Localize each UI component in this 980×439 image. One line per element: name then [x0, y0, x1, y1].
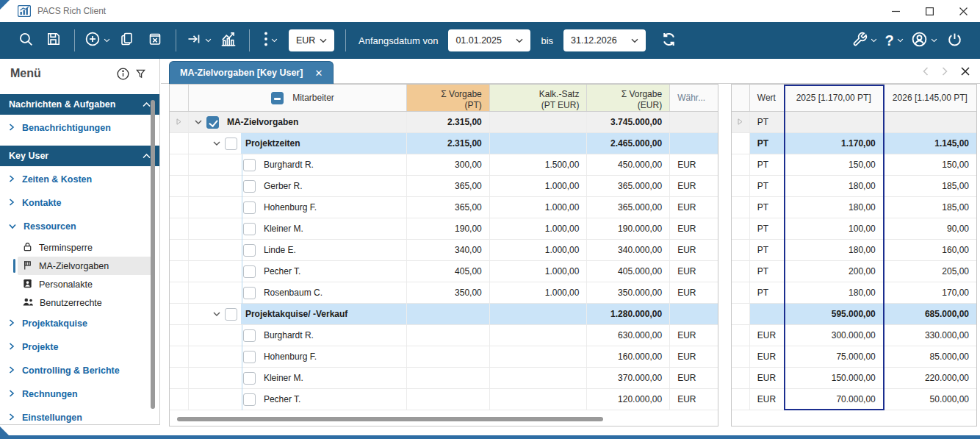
refresh-button[interactable]	[657, 27, 680, 54]
table-row[interactable]: Gerber R.365,001.000,00365.000,00EUR	[170, 176, 718, 197]
copy-button[interactable]	[116, 27, 138, 54]
row-checkbox[interactable]	[243, 244, 256, 257]
delete-button[interactable]	[144, 27, 166, 54]
minimize-button[interactable]	[879, 0, 912, 22]
table-row[interactable]: PT180,00170,00	[732, 282, 976, 304]
table-row[interactable]: EUR70.000,0050.000,00	[732, 389, 976, 410]
row-checkbox[interactable]	[243, 180, 256, 193]
sidebar-section-nachrichten-aufgaben[interactable]: Nachrichten & Aufgaben	[0, 94, 159, 115]
account-button[interactable]	[911, 27, 937, 54]
wert-column-header[interactable]: Wert	[750, 85, 785, 111]
sum-pt-column-header[interactable]: Σ Vorgabe (PT)	[407, 85, 490, 111]
table-row[interactable]: PT180,00160,00	[732, 240, 976, 261]
date-to-select[interactable]: 31.12.2026	[563, 29, 646, 51]
sidebar-scrollbar-thumb[interactable]	[151, 100, 155, 409]
table-row[interactable]: Pecher T.120.000,00EUR	[170, 389, 718, 410]
table-row[interactable]: PT180,00185,00	[732, 197, 976, 218]
table-row[interactable]: Hohenburg F.365,001.000,00365.000,00EUR	[170, 197, 718, 218]
filter-button[interactable]	[131, 68, 149, 79]
sum-eur-column-header[interactable]: Σ Vorgabe (EUR)	[587, 85, 670, 111]
more-options-button[interactable]	[259, 27, 281, 54]
table-row[interactable]: PT180,00185,00	[732, 176, 976, 197]
table-row[interactable]: PT100,0090,00	[732, 218, 976, 240]
employee-column-header[interactable]: Mitarbeiter	[189, 85, 407, 111]
select-all-checkbox[interactable]	[271, 92, 284, 104]
sidebar-item-terminsperre[interactable]: Terminsperre	[18, 238, 152, 257]
sidebar-item-benutzerrechte[interactable]: Benutzerrechte	[18, 293, 152, 312]
row-checkbox[interactable]	[243, 372, 256, 385]
table-row[interactable]: MA-Zielvorgaben2.315,003.745.000,00	[170, 112, 718, 133]
add-button[interactable]	[84, 27, 110, 54]
kalk-satz-column-header[interactable]: Kalk.-Satz (PT EUR)	[490, 85, 588, 111]
search-button[interactable]	[15, 27, 37, 54]
table-row[interactable]: PT	[732, 112, 976, 133]
sidebar-item-controlling-berichte[interactable]: Controlling & Berichte	[0, 359, 159, 382]
table-row[interactable]: Burghardt R.630.000,00EUR	[170, 325, 718, 346]
tab-ma-zielvorgaben[interactable]: MA-Zielvorgaben [Key User] ✕	[169, 61, 334, 84]
chevron-down-icon[interactable]	[213, 312, 225, 316]
row-expander-cell[interactable]	[732, 112, 750, 132]
save-button[interactable]	[43, 27, 65, 54]
table-row[interactable]: Rosenbaum C.350,001.000,00350.000,00EUR	[170, 282, 718, 304]
tabs-scroll-left-icon[interactable]	[923, 65, 929, 79]
tab-close-icon[interactable]: ✕	[314, 68, 323, 79]
row-checkbox[interactable]	[243, 201, 256, 214]
table-row[interactable]: Projektakquise/ -Verkauf1.280.000,00	[170, 304, 718, 325]
table-row[interactable]: Kleiner M.370.000,00EUR	[170, 368, 718, 389]
close-button[interactable]	[946, 0, 980, 22]
year-2025-column-header[interactable]: 2025 [1.170,00 PT]	[785, 85, 884, 111]
row-checkbox[interactable]	[225, 308, 237, 321]
maximize-button[interactable]	[912, 0, 946, 22]
sidebar-item-benachrichtigungen[interactable]: Benachrichtigungen	[0, 116, 159, 140]
table-row[interactable]: Kleiner M.190,001.000,00190.000,00EUR	[170, 218, 718, 240]
chart-button[interactable]	[217, 27, 239, 54]
table-row[interactable]: PT150,00150,00	[732, 154, 976, 176]
logout-button[interactable]	[943, 27, 965, 54]
table-row[interactable]: 595.000,00685.000,00	[732, 304, 976, 325]
sidebar-section-key-user[interactable]: Key User	[0, 146, 159, 166]
table-row[interactable]: Pecher T.405,001.000,00405.000,00EUR	[170, 261, 718, 282]
currency-select[interactable]: EUR	[289, 29, 334, 51]
sidebar-item-kontakte[interactable]: Kontakte	[0, 191, 159, 215]
row-expander-icon[interactable]	[176, 118, 181, 126]
row-checkbox[interactable]	[243, 159, 256, 171]
row-checkbox[interactable]	[243, 351, 256, 363]
table-row[interactable]: EUR150.000,00220.000,00	[732, 368, 976, 389]
table-row[interactable]: EUR300.000,00330.000,00	[732, 325, 976, 346]
date-from-select[interactable]: 01.01.2025	[448, 29, 530, 51]
sidebar-item-ressourcen[interactable]: Ressourcen	[0, 215, 159, 238]
row-expander-cell[interactable]	[170, 112, 189, 132]
row-checkbox[interactable]	[243, 329, 256, 342]
sidebar-item-einstellungen[interactable]: Einstellungen	[0, 406, 159, 425]
sidebar-item-projekte[interactable]: Projekte	[0, 335, 159, 359]
row-checkbox[interactable]	[225, 138, 237, 150]
settings-tools-button[interactable]	[852, 27, 877, 54]
table-row[interactable]: Hohenburg F.160.000,00EUR	[170, 346, 718, 368]
help-button[interactable]: ?	[883, 27, 905, 54]
sidebar-item-ma-zielvorgaben[interactable]: MA-Zielvorgaben	[18, 257, 152, 275]
row-checkbox[interactable]	[243, 393, 256, 406]
row-checkbox[interactable]	[243, 223, 256, 235]
tabs-close-all-icon[interactable]	[961, 65, 970, 79]
table-row[interactable]: PT200,00205,00	[732, 261, 976, 282]
sidebar-item-rechnungen[interactable]: Rechnungen	[0, 382, 159, 406]
row-expander-icon[interactable]	[738, 118, 743, 126]
chevron-down-icon[interactable]	[195, 120, 206, 124]
row-checkbox[interactable]	[243, 287, 256, 299]
table-row[interactable]: EUR75.000,0085.000,00	[732, 346, 976, 368]
row-checkbox[interactable]	[206, 116, 219, 129]
sidebar-item-zeiten-kosten[interactable]: Zeiten & Kosten	[0, 168, 159, 191]
chevron-down-icon[interactable]	[213, 141, 225, 146]
sidebar-item-projektakquise[interactable]: Projektakquise	[0, 312, 159, 335]
currency-column-header[interactable]: Währ...	[670, 85, 718, 111]
table-row[interactable]: PT1.170,001.145,00	[732, 133, 976, 154]
table-row[interactable]: Burghardt R.300,001.500,00450.000,00EUR	[170, 154, 718, 176]
year-2026-column-header[interactable]: 2026 [1.145,00 PT]	[884, 85, 976, 111]
goto-button[interactable]	[186, 27, 212, 54]
sidebar-item-personalakte[interactable]: Personalakte	[18, 275, 152, 293]
table-row[interactable]: Projektzeiten2.315,002.465.000,00	[170, 133, 718, 154]
main-table-hscrollbar-thumb[interactable]	[177, 417, 603, 421]
info-button[interactable]	[114, 68, 131, 80]
row-checkbox[interactable]	[243, 265, 256, 278]
table-row[interactable]: Linde E.340,001.000,00340.000,00EUR	[170, 240, 718, 261]
